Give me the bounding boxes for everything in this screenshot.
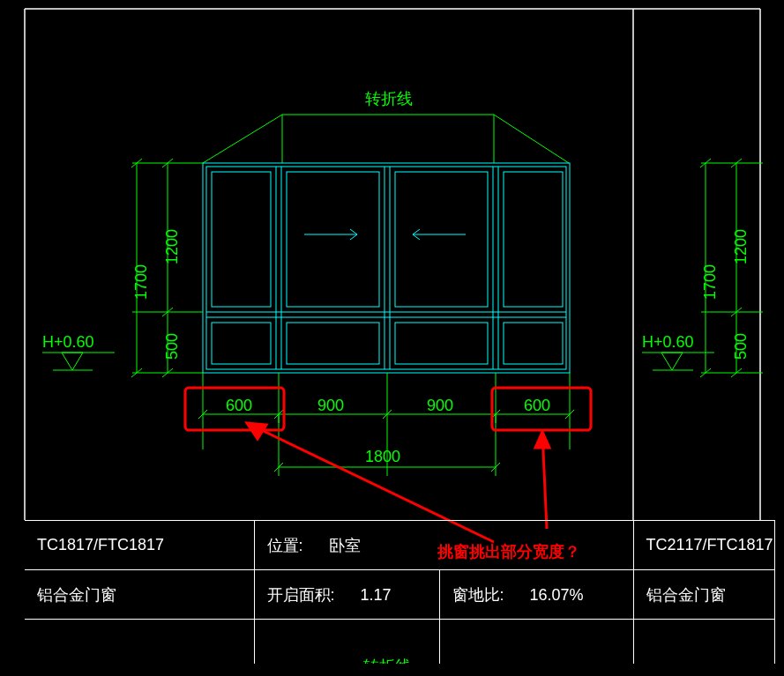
svg-rect-19: [504, 172, 563, 307]
level-mark-left: [42, 353, 115, 370]
dim-500-r: 500: [732, 333, 750, 360]
svg-rect-6: [203, 163, 570, 373]
window-frame: [203, 163, 570, 373]
level-left: H+0.60: [42, 333, 94, 352]
table-row: TC1817/FTC1817 位置: 卧室 TC2117/FTC1817: [25, 521, 774, 570]
material-cell-r: 铝合金门窗: [633, 570, 774, 620]
level-mark-right: [642, 353, 714, 370]
cad-viewport[interactable]: 转折线 1700 1200 500 1700 1200 500 H+0.60 H…: [0, 0, 784, 676]
area-cell: 开启面积: 1.17: [254, 570, 439, 620]
annotation-question: 挑窗挑出部分宽度？: [437, 541, 580, 562]
svg-rect-7: [206, 167, 566, 369]
table-row: [25, 620, 774, 669]
dim-1700-r: 1700: [701, 264, 720, 300]
svg-rect-17: [287, 172, 379, 307]
left-code-cell: TC1817/FTC1817: [25, 521, 254, 570]
svg-marker-71: [535, 432, 549, 448]
dim-1200: 1200: [163, 229, 182, 264]
fold-line: [203, 115, 569, 163]
ratio-cell: 窗地比: 16.07%: [439, 570, 633, 620]
dim-wcenter: 1800: [365, 448, 400, 466]
material-cell: 铝合金门窗: [25, 570, 254, 620]
dim-w3: 900: [427, 397, 453, 415]
svg-rect-18: [395, 172, 488, 307]
table-row: 铝合金门窗 开启面积: 1.17 窗地比: 16.07% 铝合金门窗: [25, 570, 774, 620]
window-code-r: TC2117/FTC1817: [646, 536, 773, 553]
svg-rect-22: [395, 323, 488, 364]
right-code-cell: TC2117/FTC1817: [633, 521, 774, 570]
level-right: H+0.60: [642, 333, 694, 352]
viewport-edge: [0, 664, 784, 676]
dim-1700: 1700: [132, 264, 151, 300]
window-code: TC1817/FTC1817: [37, 536, 164, 553]
ratio-value: 16.07%: [530, 586, 584, 605]
loc-value: 卧室: [329, 535, 361, 556]
svg-rect-21: [287, 323, 379, 364]
area-value: 1.17: [361, 586, 392, 605]
loc-label: 位置:: [267, 535, 303, 556]
svg-rect-23: [504, 323, 563, 364]
dim-1200-r: 1200: [732, 229, 750, 264]
dim-w4: 600: [524, 397, 550, 415]
svg-rect-20: [212, 323, 271, 364]
dim-500: 500: [163, 333, 182, 360]
material-r: 铝合金门窗: [646, 586, 726, 604]
svg-rect-16: [212, 172, 271, 307]
material: 铝合金门窗: [37, 586, 116, 604]
dim-w2: 900: [317, 397, 344, 415]
info-table: TC1817/FTC1817 位置: 卧室 TC2117/FTC1817 铝合金…: [25, 520, 775, 669]
fold-line-label: 转折线: [365, 88, 413, 109]
dim-w1: 600: [226, 397, 252, 415]
window-sashes: [206, 167, 566, 369]
ratio-label: 窗地比:: [452, 584, 504, 605]
area-label: 开启面积:: [267, 584, 335, 605]
